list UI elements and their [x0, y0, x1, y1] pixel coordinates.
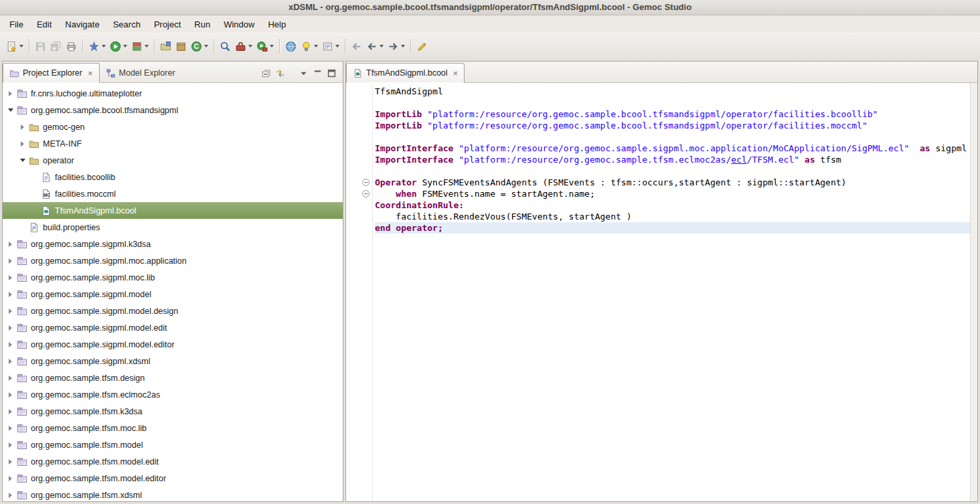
code-line[interactable] [375, 97, 970, 108]
tab-model-explorer[interactable]: Model Explorer [100, 64, 181, 82]
menu-edit[interactable]: Edit [30, 17, 58, 32]
code-line[interactable]: ImportLib "platform:/resource/org.gemoc.… [375, 108, 970, 120]
close-icon[interactable]: × [453, 69, 459, 78]
editor-code[interactable]: TfsmAndSigpmlImportLib "platform:/resour… [373, 83, 970, 501]
toolbar-back-button[interactable] [364, 37, 386, 55]
code-line[interactable] [375, 131, 970, 143]
dropdown-arrow-icon[interactable] [102, 45, 106, 48]
close-icon[interactable]: × [88, 69, 93, 78]
toolbar-annotation-button[interactable] [320, 37, 341, 55]
expand-arrow-icon[interactable] [5, 453, 15, 470]
menu-window[interactable]: Window [217, 17, 261, 32]
tree-item[interactable]: org.gemoc.sample.tfsm.xdsml [3, 487, 343, 501]
toolbar-back-history-button[interactable] [349, 37, 364, 55]
menu-project[interactable]: Project [147, 17, 187, 32]
toolbar-new-java-project-button[interactable] [158, 37, 173, 55]
dropdown-arrow-icon[interactable] [123, 45, 127, 48]
toolbar-pin-editor-button[interactable] [414, 37, 430, 55]
tree-item[interactable]: org.gemoc.sample.sigpml.k3dsa [3, 236, 343, 252]
tree-item[interactable]: TfsmAndSigpml.bcool [3, 202, 343, 219]
tree-item[interactable]: org.gemoc.sample.tfsm.moc.lib [3, 420, 343, 436]
code-line[interactable]: when FSMEvents.name = startAgent.name; [375, 188, 970, 199]
menu-search[interactable]: Search [106, 17, 147, 32]
fold-collapse-icon[interactable]: − [362, 179, 370, 186]
tab-tfsmandsigpml-bcool[interactable]: TfsmAndSigpml.bcool× [346, 63, 465, 83]
expand-arrow-icon[interactable] [5, 269, 15, 286]
toolbar-new-wizard-button[interactable] [4, 37, 25, 55]
toolbar-print-button[interactable] [64, 37, 79, 55]
expand-arrow-icon[interactable] [5, 236, 15, 252]
toolbar-run-button[interactable] [108, 37, 129, 55]
menu-help[interactable]: Help [261, 17, 293, 32]
dropdown-arrow-icon[interactable] [248, 45, 252, 48]
menu-file[interactable]: File [3, 17, 30, 32]
fold-collapse-icon[interactable]: − [362, 190, 370, 197]
toolbar-run-config-button[interactable] [254, 37, 276, 55]
explorer-collapse-all-button[interactable] [260, 68, 272, 79]
expand-arrow-icon[interactable] [5, 436, 15, 453]
toolbar-forward-button[interactable] [386, 37, 407, 55]
toolbar-new-package-button[interactable] [173, 37, 189, 55]
toolbar-world-button[interactable] [283, 37, 299, 55]
menu-run[interactable]: Run [187, 17, 217, 32]
expand-arrow-icon[interactable] [5, 353, 15, 369]
dropdown-arrow-icon[interactable] [145, 45, 149, 48]
expand-arrow-icon[interactable] [5, 252, 15, 269]
tree-item[interactable]: org.gemoc.sample.tfsm.design [3, 369, 343, 386]
dropdown-arrow-icon[interactable] [401, 45, 405, 48]
code-line[interactable] [375, 165, 970, 177]
menu-navigate[interactable]: Navigate [58, 17, 106, 32]
expand-arrow-icon[interactable] [17, 152, 27, 169]
expand-arrow-icon[interactable] [5, 336, 15, 353]
expand-arrow-icon[interactable] [17, 135, 27, 152]
code-line[interactable]: end operator; [375, 222, 970, 234]
tree-item[interactable]: org.gemoc.sample.tfsm.model.editor [3, 470, 343, 487]
expand-arrow-icon[interactable] [5, 420, 15, 436]
code-line[interactable]: Operator SyncFSMEventsAndAgents (FSMEven… [375, 177, 970, 188]
expand-arrow-icon[interactable] [5, 487, 15, 501]
expand-arrow-icon[interactable] [5, 470, 15, 487]
expand-arrow-icon[interactable] [17, 118, 27, 135]
toolbar-coverage-button[interactable] [129, 37, 151, 55]
tree-item[interactable]: org.gemoc.sample.sigpml.moc.lib [3, 269, 343, 286]
expand-arrow-icon[interactable] [5, 286, 15, 303]
toolbar-task-button[interactable] [299, 37, 320, 55]
dropdown-arrow-icon[interactable] [19, 45, 23, 48]
code-line[interactable]: facilities.RendezVous(FSMEvents, startAg… [375, 211, 970, 222]
dropdown-arrow-icon[interactable] [335, 45, 339, 48]
dropdown-arrow-icon[interactable] [314, 45, 318, 48]
toolbar-new-class-button[interactable]: C [189, 37, 210, 55]
tree-item[interactable]: META-INF [3, 135, 343, 152]
tree-item[interactable]: gemoc-gen [3, 118, 343, 135]
tree-item[interactable]: build.properties [3, 219, 343, 236]
expand-arrow-icon[interactable] [5, 85, 15, 102]
dropdown-arrow-icon[interactable] [204, 45, 208, 48]
tree-item[interactable]: org.gemoc.sample.sigpml.moc.application [3, 252, 343, 269]
explorer-maximize-button[interactable] [326, 68, 337, 79]
expand-arrow-icon[interactable] [5, 303, 15, 319]
tree-item[interactable]: org.gemoc.sample.bcool.tfsmandsigpml [3, 102, 343, 118]
toolbar-search-button[interactable] [218, 37, 233, 55]
toolbar-save-all-button[interactable] [48, 37, 64, 55]
tree-item[interactable]: org.gemoc.sample.sigpml.model.design [3, 303, 343, 319]
tree-item[interactable]: org.gemoc.sample.tfsm.model.edit [3, 453, 343, 470]
tree-item[interactable]: MCfacilities.moccml [3, 185, 343, 202]
code-line[interactable]: ImportInterface "platform:/resource/org.… [375, 154, 970, 165]
dropdown-arrow-icon[interactable] [380, 45, 384, 48]
toolbar-save-button[interactable] [33, 37, 48, 55]
editor-vertical-scrollbar[interactable] [970, 83, 977, 501]
explorer-view-menu-button[interactable] [298, 68, 309, 79]
code-line[interactable]: CoordinationRule: [375, 199, 970, 211]
tree-item[interactable]: org.gemoc.sample.tfsm.model [3, 436, 343, 453]
explorer-minimize-button[interactable] [312, 68, 323, 79]
code-line[interactable]: ImportInterface "platform:/resource/org.… [375, 143, 970, 154]
toolbar-external-tools-button[interactable] [233, 37, 254, 55]
tab-project-explorer[interactable]: Project Explorer× [3, 63, 100, 83]
tree-item[interactable]: org.gemoc.sample.sigpml.model.edit [3, 319, 343, 336]
tree-item[interactable]: org.gemoc.sample.tfsm.eclmoc2as [3, 386, 343, 403]
tree-item[interactable]: org.gemoc.sample.sigpml.model.editor [3, 336, 343, 353]
tree-item[interactable]: facilities.bcoollib [3, 169, 343, 185]
tree-item[interactable]: org.gemoc.sample.tfsm.k3dsa [3, 403, 343, 420]
explorer-link-with-editor-button[interactable] [274, 68, 286, 79]
tree-item[interactable]: org.gemoc.sample.sigpml.xdsml [3, 353, 343, 369]
